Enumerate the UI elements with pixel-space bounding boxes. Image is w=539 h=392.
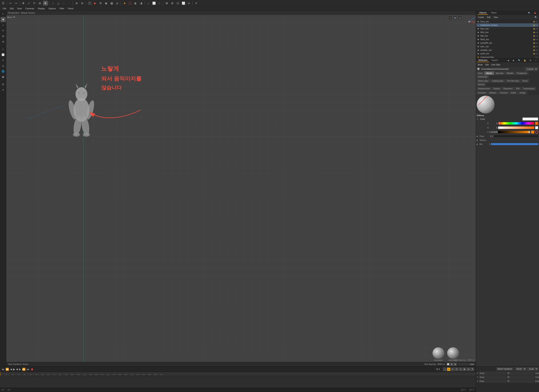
sidebar-cube-icon[interactable]: ⬜ [0, 52, 6, 57]
sidebar-anim-icon[interactable]: ⚙ [0, 82, 6, 87]
menu-display[interactable]: Display [36, 7, 46, 10]
obj-subdivision[interactable]: ◇ Subdivision Surface ✓ 🔒 ● ● [476, 23, 539, 27]
render-region-icon[interactable]: ⬛ [87, 1, 92, 5]
v-slider-container[interactable] [498, 131, 530, 133]
sidebar-transform-icon[interactable]: ⊞ [0, 34, 6, 39]
layers-tab[interactable]: Layers [490, 58, 500, 62]
nav-perspective-btn[interactable]: ⬚ [448, 16, 452, 20]
tab-ior[interactable]: IOR [515, 87, 521, 90]
redo-icon[interactable]: ↪ [14, 1, 18, 5]
tl-mode-8[interactable]: ✥ [471, 368, 474, 371]
bookmark-icon-objects[interactable]: 🔖 [533, 11, 537, 15]
render-settings-icon[interactable]: ⚙ [98, 1, 103, 5]
sphere-thumb-1[interactable]: OctUnivers [432, 347, 445, 361]
tab-coating[interactable]: Coating layer [490, 79, 505, 83]
extra2-icon[interactable]: ⊞ [170, 1, 175, 5]
sidebar-mat-icon[interactable]: ◎ [0, 63, 6, 68]
tab-displacement[interactable]: Displacement [476, 87, 491, 90]
search-icon-objects[interactable]: 🔍 [527, 11, 531, 15]
tab-thinfilm[interactable]: Thin film layer [505, 79, 521, 83]
tab-sheen[interactable]: Sheen layer [476, 79, 490, 83]
tab-transmission[interactable]: Transmission [521, 87, 536, 90]
tab-specular[interactable]: Specular [494, 72, 505, 75]
attr-userdata-btn[interactable]: User Data [490, 63, 501, 66]
tl-mode-5[interactable]: ✦ [459, 368, 462, 371]
tl-next-frame-btn[interactable]: ⏩ [22, 368, 25, 371]
tab-roughness[interactable]: Roughness [515, 72, 529, 75]
tl-mode-3[interactable]: ⊙ [451, 368, 454, 371]
obj-horn-low[interactable]: ▶ Horn_low 🔒 ● ● [476, 27, 539, 30]
render-icon[interactable]: ▶ [93, 1, 97, 5]
magnet-icon[interactable]: ⊗ [80, 1, 85, 5]
tl-mode-1[interactable]: ○ [443, 368, 447, 371]
attr-expand[interactable]: ⤢ [534, 58, 538, 63]
obj-neck-low[interactable]: ▶ Neck_low 🔒 ● ● [476, 38, 539, 41]
sidebar-light-icon[interactable]: ☀ [0, 58, 6, 63]
sidebar-xpresso-icon[interactable]: ✦ [0, 87, 6, 92]
attr-edit-btn[interactable]: Edit [484, 63, 490, 66]
extra5-icon[interactable]: ⊙ [187, 1, 191, 5]
z-pos-field[interactable] [479, 380, 506, 383]
select-all-icon[interactable]: ⊞ [38, 1, 42, 5]
obj-wire-low[interactable]: ▶ Wire_low 🔒 ● ● [476, 30, 539, 34]
octane-icon1[interactable]: ★ [122, 1, 127, 5]
color-collapse-icon[interactable]: ▼ [477, 118, 478, 120]
tl-prev-frame-btn[interactable]: ⏪ [5, 368, 9, 371]
nav-shading-btn[interactable]: ◎ [457, 16, 462, 20]
sidebar-scene-icon[interactable]: 🌐 [0, 69, 6, 74]
sidebar-camera-icon[interactable]: □ [0, 47, 6, 52]
obj-hips[interactable]: ▶ mixamorig:Hips ● ● [476, 55, 539, 58]
mix-slider[interactable] [491, 143, 538, 145]
z-rot-field[interactable] [507, 380, 534, 383]
sidebar-select-icon[interactable]: ↖ [0, 11, 6, 17]
rotate-tool-icon[interactable]: ↻ [32, 1, 37, 5]
tab-albedo[interactable]: Albedo [485, 72, 494, 75]
extra1-icon[interactable]: ✿ [164, 1, 169, 5]
tl-prev-key-btn[interactable]: ◀ [10, 368, 12, 371]
tl-stop-btn[interactable]: ■ [16, 368, 18, 371]
menu-cameras[interactable]: Cameras [24, 7, 36, 10]
tab-assign[interactable]: Assign [518, 91, 527, 94]
tab-dispersion[interactable]: Dispersion [502, 87, 514, 90]
tl-last-frame-btn[interactable]: ⏭ [27, 368, 29, 371]
point-icon[interactable]: · [67, 1, 72, 5]
x-rot-field[interactable] [507, 372, 534, 375]
attr-nav-back[interactable]: ◀ [506, 58, 510, 63]
color-swatch-display[interactable] [522, 117, 538, 121]
view-mode-3[interactable]: ▣ [454, 363, 457, 366]
edit-btn[interactable]: Edit [486, 16, 491, 19]
texture-collapse-icon[interactable]: ▶ [477, 139, 478, 141]
snap-icon[interactable]: ⊕ [74, 1, 79, 5]
environment-icon[interactable]: ○ [157, 1, 162, 5]
view-mode-1[interactable]: ⬜ [447, 363, 450, 366]
menu-file[interactable]: File [1, 7, 8, 10]
scale-dropdown[interactable]: Scale [527, 367, 538, 371]
tl-first-frame-btn[interactable]: ⏮ [2, 368, 4, 371]
custom-dropdown[interactable]: Custom Default [525, 68, 538, 71]
y-pos-field[interactable] [479, 376, 506, 379]
tab-emission[interactable]: Emission [476, 91, 488, 94]
move-tool-icon[interactable]: ✥ [21, 1, 26, 5]
shader-icon[interactable]: ◎ [115, 1, 120, 5]
y-scale-field[interactable] [535, 376, 539, 379]
float-slider[interactable] [492, 135, 538, 137]
attr-settings2[interactable]: ⚙ [528, 58, 533, 63]
y-rot-field[interactable] [507, 376, 534, 379]
h-slider-container[interactable] [498, 122, 534, 125]
tab-anisotropy[interactable]: Anisotropy [476, 75, 489, 78]
tab-metallic[interactable]: Metallic [505, 72, 515, 75]
mix-collapse-icon[interactable]: ▶ [477, 143, 478, 145]
attr-search2[interactable]: 🔍 [517, 58, 522, 63]
menu-edit[interactable]: Edit [8, 7, 15, 10]
nav-camera-btn[interactable]: 📷 [453, 16, 457, 20]
scale-tool-icon[interactable]: ⤢ [26, 1, 31, 5]
tl-mode-4[interactable]: ⚙ [455, 368, 458, 371]
create-btn[interactable]: Create [477, 16, 485, 19]
tab-medium[interactable]: Medium [488, 91, 498, 94]
attr-mode-btn[interactable]: Mode [477, 63, 484, 66]
obj-eyeL-low[interactable]: ▶ eyeL_low 🔒 ● ● [476, 45, 539, 48]
menu-icon[interactable]: ☰ [1, 1, 5, 5]
xpresso-icon[interactable]: ✦ [194, 1, 199, 5]
menu-filter[interactable]: Filter [58, 7, 66, 10]
attributes-tab[interactable]: Attributes [477, 58, 489, 62]
